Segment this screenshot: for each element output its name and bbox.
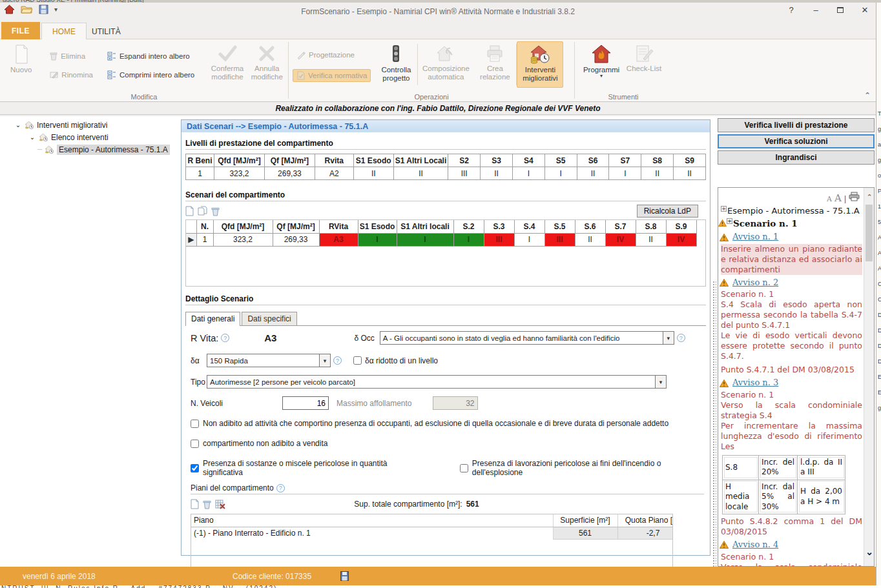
verifica-soluzioni-button[interactable]: Verifica soluzioni [718, 134, 875, 148]
delete-row-icon[interactable] [211, 207, 220, 216]
nveicoli-input[interactable] [282, 396, 329, 410]
qat-caret-icon[interactable]: ▾ [54, 6, 57, 13]
tree-item-interventi[interactable]: ⌄ Interventi migliorativi [0, 119, 176, 131]
conferma-modifiche-button[interactable]: Conferma modifiche [207, 41, 247, 88]
panel-splitter[interactable] [712, 281, 716, 567]
info-icon[interactable]: ? [221, 334, 229, 342]
warning-icon [720, 541, 729, 549]
docc-dropdown[interactable]: A - Gli occupanti sono in stato di vegli… [380, 331, 674, 345]
docc-label: δ Occ [354, 334, 374, 343]
composizione-automatica-button[interactable]: Composizione automatica [418, 41, 473, 88]
expand-box-icon[interactable]: + [721, 206, 727, 212]
tree-item-elenco[interactable]: ⌄ Elenco interventi [0, 131, 176, 143]
scenari-cell[interactable]: I [453, 233, 484, 246]
open-folder-icon[interactable] [21, 5, 33, 14]
scenari-cell[interactable]: II [636, 233, 666, 246]
copy-row-icon[interactable] [198, 206, 207, 216]
avviso-link[interactable]: Avviso n. 1 [732, 232, 778, 243]
da-ridotto-checkbox[interactable] [353, 356, 362, 365]
tab-dati-generali[interactable]: Dati generali [185, 312, 240, 326]
dropdown-caret-icon[interactable]: ▾ [319, 354, 330, 367]
font-decrease-button[interactable]: A [827, 195, 832, 203]
interventi-migliorativi-button[interactable]: Interventi migliorativi [517, 41, 563, 88]
non-vendita-checkbox[interactable] [191, 440, 199, 448]
scroll-up-icon[interactable]: ⌃ [864, 193, 875, 201]
close-button[interactable]: ✕ [858, 5, 872, 15]
piani-cell[interactable]: (-1) - Piano Interrato - Edificio n. 1 [191, 527, 553, 539]
scenari-cell-rvita[interactable]: A3 [319, 233, 358, 246]
tab-dati-specifici[interactable]: Dati specifici [242, 312, 296, 325]
ricalcola-ldp-button[interactable]: Ricalcola LdP [637, 205, 698, 218]
lavorazioni-pericolose-checkbox[interactable] [460, 464, 468, 472]
espandi-albero-button[interactable]: Espandi intero albero [103, 50, 198, 63]
avviso-link[interactable]: Avviso n. 2 [732, 278, 778, 289]
verifica-livelli-button[interactable]: Verifica livelli di prestazione [718, 118, 875, 132]
info-icon[interactable]: ? [276, 484, 285, 492]
scenari-cell[interactable]: IV [605, 233, 636, 246]
piani-row[interactable]: (-1) - Piano Interrato - Edificio n. 1 5… [191, 527, 673, 539]
piani-cell[interactable]: -2,7 [617, 527, 673, 539]
tree-expanded-icon[interactable]: ⌄ [28, 134, 36, 141]
expand-box-icon[interactable]: + [727, 218, 732, 224]
tree-item-esempio[interactable]: ─ Esempio - Autorimessa - 75.1.A [0, 143, 176, 156]
title-bar: ▾ FormScenario - Esempio - Namirial CPI … [0, 3, 876, 22]
no-occupanti-checkbox[interactable] [191, 420, 199, 428]
piani-cell[interactable]: 561 [553, 527, 617, 539]
maximize-button[interactable] [833, 5, 847, 15]
scroll-thumb[interactable] [865, 205, 873, 261]
warning-text: Inserire almeno un piano radiante e rela… [721, 244, 862, 275]
tipo-dropdown[interactable]: Autorimesse [2 persone per veicolo parca… [207, 375, 667, 389]
info-icon[interactable]: ? [333, 356, 342, 365]
dropdown-caret-icon[interactable]: ▾ [663, 332, 674, 344]
scenari-cell[interactable]: II [575, 233, 605, 246]
scenari-cell[interactable]: 323,2 [213, 233, 273, 246]
print-icon[interactable] [849, 192, 860, 201]
pencil-icon [296, 51, 306, 59]
ribbon-collapse-icon[interactable]: ⌃ [864, 91, 871, 100]
rinomina-button[interactable]: Rinomina [46, 68, 97, 81]
save-icon[interactable] [39, 5, 48, 14]
avviso-link[interactable]: Avviso n. 4 [732, 540, 778, 551]
scroll-down-icon[interactable]: ⌄ [864, 547, 875, 557]
comprimi-albero-button[interactable]: Comprimi intero albero [103, 68, 198, 81]
row-selector-icon[interactable]: ▶ [186, 233, 196, 246]
new-piano-icon[interactable] [191, 499, 199, 509]
tab-home[interactable]: HOME [41, 23, 87, 40]
info-icon[interactable]: ? [677, 334, 685, 342]
nuovo-button[interactable]: Nuovo [1, 41, 41, 88]
font-increase-button[interactable]: A [834, 192, 842, 204]
scenari-cell[interactable]: I [397, 233, 453, 246]
tab-utilita[interactable]: UTILITÀ [81, 23, 131, 39]
scenari-cell[interactable]: I [358, 233, 397, 246]
crea-relazione-button[interactable]: Crea relazione [473, 41, 516, 88]
scenari-cell[interactable]: 1 [196, 233, 213, 246]
scenari-cell[interactable]: I [514, 233, 544, 246]
remove-association-icon[interactable] [215, 500, 225, 509]
tree-connector: ─ [37, 146, 42, 153]
scenari-cell[interactable]: III [484, 233, 514, 246]
checklist-button[interactable]: Check-List [623, 41, 665, 88]
minimize-button[interactable]: – [809, 5, 823, 15]
controlla-progetto-button[interactable]: Controlla progetto [375, 41, 417, 88]
sostanze-pericolose-checkbox[interactable] [191, 464, 199, 472]
avviso-link[interactable]: Avviso n. 3 [732, 378, 778, 389]
tree-expanded-icon[interactable]: ⌄ [14, 121, 22, 128]
ingrandisci-button[interactable]: Ingrandisci [718, 150, 875, 165]
annulla-modifiche-button[interactable]: Annulla modifiche [247, 41, 287, 88]
verifica-normativa-button[interactable]: Verifica normativa [293, 69, 371, 82]
dropdown-caret-icon[interactable]: ▾ [655, 376, 666, 388]
scenari-cell[interactable]: 269,33 [273, 233, 319, 246]
app-home-icon[interactable] [4, 5, 15, 14]
tab-file[interactable]: FILE [1, 22, 40, 39]
scenari-row[interactable]: ▶ 1 323,2 269,33 A3 I I I III I III II [186, 233, 696, 246]
da-dropdown[interactable]: 150 Rapida ▾ [207, 354, 331, 367]
scenari-cell[interactable]: III [544, 233, 575, 246]
elimina-button[interactable]: Elimina [46, 50, 97, 63]
progettazione-button[interactable]: Progettazione [293, 49, 371, 61]
report-scrollbar[interactable]: ⌃ ⌄ [864, 188, 874, 566]
scenari-cell[interactable]: IV [666, 233, 696, 246]
new-row-icon[interactable] [185, 206, 194, 216]
help-button[interactable]: ? [784, 5, 798, 15]
programmi-button[interactable]: Programmi ▾ [580, 41, 623, 88]
delete-piano-icon[interactable] [203, 500, 211, 509]
